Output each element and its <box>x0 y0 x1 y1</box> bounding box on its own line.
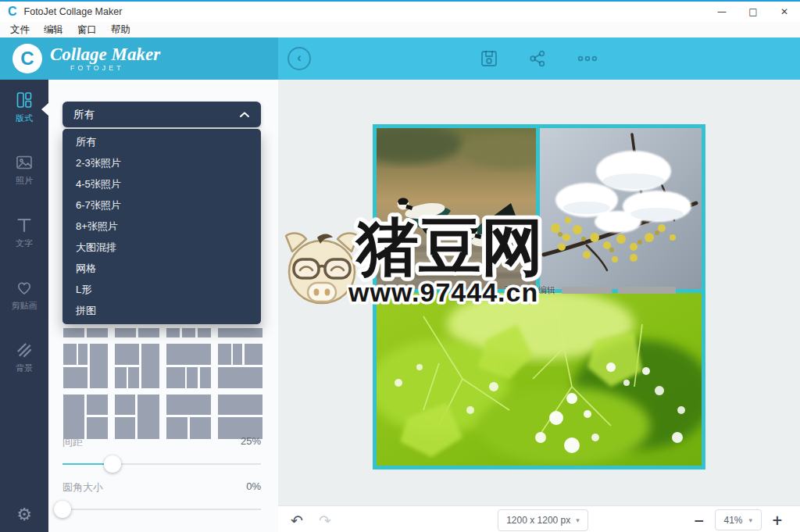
layout-thumbnail[interactable] <box>218 344 262 388</box>
layout-thumbnails <box>63 328 262 439</box>
app-header: C Collage Maker FOTOJET ‹ <box>0 37 800 80</box>
canvas-size-value: 1200 x 1200 px <box>506 515 570 526</box>
watermark-url: www.97444.cn <box>348 277 538 307</box>
brand-area: C Collage Maker FOTOJET <box>0 37 278 80</box>
window-controls: — □ ✕ <box>706 2 800 22</box>
layout-thumbnail[interactable] <box>166 344 211 388</box>
dropdown-option[interactable]: 拼图 <box>62 300 261 321</box>
zoom-level-selector[interactable]: 41% ▾ <box>715 509 762 530</box>
close-button[interactable]: ✕ <box>769 2 800 22</box>
caret-down-icon: ▾ <box>576 516 580 524</box>
menu-item[interactable]: 帮助 <box>104 23 138 37</box>
save-icon <box>479 48 499 69</box>
spacing-value: 25% <box>241 435 261 449</box>
sidebar-item-background[interactable]: 背景 <box>0 341 48 381</box>
corner-slider <box>62 501 261 518</box>
minimize-button[interactable]: — <box>706 2 738 22</box>
window-title: FotoJet Collage Maker <box>24 6 123 17</box>
menu-item[interactable]: 窗口 <box>70 23 104 37</box>
caret-down-icon: ▾ <box>749 516 753 524</box>
app-icon: C <box>8 5 17 18</box>
dropdown-option[interactable]: 所有 <box>62 131 261 152</box>
collage-cell-leaves-photo[interactable] <box>377 293 702 466</box>
corner-value: 0% <box>246 480 261 495</box>
canvas-size-selector[interactable]: 1200 x 1200 px ▾ <box>498 509 588 531</box>
status-bar: ↶ ↷ 1200 x 1200 px ▾ − 41% ▾ + <box>278 505 800 532</box>
settings-button[interactable]: ⚙ <box>0 505 48 524</box>
title-bar: C FotoJet Collage Maker — □ ✕ <box>0 2 800 22</box>
zoom-level-value: 41% <box>723 515 742 526</box>
dropdown-option[interactable]: 6-7张照片 <box>62 195 261 216</box>
maximize-button[interactable]: □ <box>738 2 769 22</box>
layout-thumbnail[interactable] <box>218 328 262 337</box>
brand-subtitle: FOTOJET <box>70 65 160 72</box>
dropdown-option[interactable]: 大图混排 <box>62 237 261 258</box>
canvas-area: 双击进行编辑 <box>278 80 800 532</box>
sidebar-item-layout[interactable]: 版式 <box>0 91 48 131</box>
undo-button[interactable]: ↶ <box>291 512 303 529</box>
sidebar: 版式 照片 文字 剪贴画 <box>0 80 48 532</box>
share-icon <box>527 48 548 69</box>
save-button[interactable] <box>479 48 499 69</box>
stripes-icon <box>15 341 34 359</box>
filter-dropdown-list: 所有2-3张照片4-5张照片6-7张照片8+张照片大图混排网格L形拼图 <box>62 129 261 324</box>
more-icon <box>576 48 599 69</box>
photo-icon <box>15 153 34 172</box>
redo-button[interactable]: ↷ <box>319 512 331 529</box>
layout-thumbnail[interactable] <box>115 395 159 439</box>
layout-icon <box>15 91 34 109</box>
corner-slider-handle[interactable] <box>54 501 71 518</box>
watermark-text: 猪豆网 www.97444.cn <box>347 205 566 314</box>
dropdown-option[interactable]: 8+张照片 <box>62 216 261 237</box>
dropdown-option[interactable]: 2-3张照片 <box>62 152 261 173</box>
zoom-out-button[interactable]: − <box>694 512 705 528</box>
layout-thumbnail[interactable] <box>115 344 159 388</box>
dropdown-option[interactable]: 4-5张照片 <box>62 173 261 195</box>
watermark-title: 猪豆网 <box>355 212 544 282</box>
sidebar-item-clipart[interactable]: 剪贴画 <box>0 278 48 319</box>
spacing-label: 间距 <box>62 435 83 449</box>
tooltip-bar <box>618 287 676 294</box>
spacing-slider-handle[interactable] <box>104 455 121 473</box>
sidebar-item-text[interactable]: 文字 <box>0 216 48 256</box>
layout-thumbnail[interactable] <box>218 395 262 439</box>
brand-logo-icon: C <box>12 44 42 73</box>
layout-panel: 所有 所有2-3张照片4-5张照片6-7张照片8+张照片大图混排网格L形拼图 间… <box>48 80 278 532</box>
menu-item[interactable]: 文件 <box>3 23 37 37</box>
gear-icon: ⚙ <box>16 505 32 524</box>
filter-dropdown[interactable]: 所有 <box>62 102 261 127</box>
heart-icon <box>15 278 34 297</box>
spacing-slider <box>62 455 261 473</box>
sidebar-item-photos[interactable]: 照片 <box>0 153 48 194</box>
more-button[interactable] <box>576 48 599 69</box>
layout-thumbnails-viewport <box>63 328 265 439</box>
app-window: C FotoJet Collage Maker — □ ✕ 文件编辑窗口帮助 C… <box>0 0 800 532</box>
layout-thumbnail[interactable] <box>63 395 108 439</box>
active-notch <box>41 103 48 116</box>
tooltip-bar <box>562 287 612 294</box>
layout-thumbnail[interactable] <box>166 395 211 439</box>
top-toolbar: ‹ <box>278 37 800 80</box>
layout-thumbnail[interactable] <box>115 328 159 337</box>
text-icon <box>15 216 34 234</box>
chevron-up-icon <box>239 111 250 118</box>
dropdown-option[interactable]: L形 <box>62 279 261 300</box>
layout-thumbnail[interactable] <box>63 328 108 337</box>
brand-title: Collage Maker <box>50 45 160 63</box>
share-button[interactable] <box>527 48 548 69</box>
layout-thumbnail[interactable] <box>166 328 211 337</box>
layout-thumbnail[interactable] <box>63 344 108 388</box>
filter-selected-value: 所有 <box>73 108 95 122</box>
zoom-in-button[interactable]: + <box>772 512 783 528</box>
menu-bar: 文件编辑窗口帮助 <box>0 22 800 37</box>
menu-item[interactable]: 编辑 <box>37 23 70 37</box>
corner-label: 圆角大小 <box>62 480 103 495</box>
dropdown-option[interactable]: 网格 <box>62 258 261 279</box>
back-button[interactable]: ‹ <box>288 47 311 70</box>
